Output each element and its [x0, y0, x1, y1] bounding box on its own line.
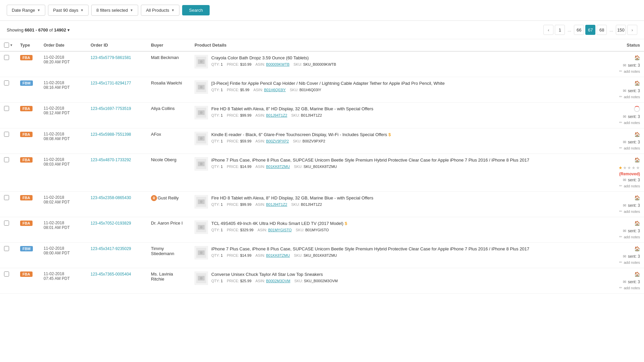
pagination-prev[interactable]: ‹ — [543, 25, 553, 35]
home-icon[interactable]: 🏠 — [634, 55, 640, 60]
all-products-dropdown[interactable]: All Products ▼ — [141, 5, 179, 16]
showing-dropdown-arrow[interactable]: ▾ — [67, 27, 70, 33]
pagination-next[interactable]: › — [627, 25, 637, 35]
add-notes-row[interactable]: ✏ add notes — [619, 146, 640, 150]
star-filled-icon: ★ — [619, 165, 623, 170]
add-notes-link[interactable]: add notes — [624, 121, 640, 125]
add-notes-link[interactable]: add notes — [624, 95, 640, 99]
order-id-link[interactable]: 123-45x7052-0193829 — [91, 221, 131, 226]
product-cell: TCL 49S405 49-Inch 4K Ultra HD Roku Smar… — [191, 217, 590, 243]
row-checkbox-3[interactable] — [4, 132, 9, 137]
pagination-page-1[interactable]: 1 — [555, 25, 565, 35]
home-icon[interactable]: 🏠 — [634, 272, 640, 277]
asin-link[interactable]: B01MYGISTO — [268, 228, 291, 232]
row-checkbox-8[interactable] — [4, 272, 9, 277]
add-notes-row[interactable]: ✏ add notes — [619, 209, 640, 214]
order-time: 08:01 AM PDT — [44, 225, 83, 230]
asin-label: ASIN: — [256, 279, 265, 283]
add-notes-row[interactable]: ✏ add notes — [619, 95, 640, 99]
dollar-icon: $ — [345, 221, 347, 226]
filters-dropdown[interactable]: 8 filters selected ▼ — [91, 5, 138, 16]
row-checkbox-1[interactable] — [4, 80, 9, 85]
row-checkbox-5[interactable] — [4, 195, 9, 200]
order-id-link[interactable]: 123-45x7365-0005404 — [91, 272, 131, 277]
qty-label: QTY: — [211, 202, 220, 206]
add-notes-link[interactable]: add notes — [624, 69, 640, 73]
qty-val: 1 — [221, 62, 223, 66]
add-notes-row[interactable]: ✏ add notes — [619, 69, 640, 73]
date-range-dropdown[interactable]: Date Range ▼ — [7, 5, 45, 16]
sku-val: B01MYGISTO — [305, 228, 329, 232]
asin-link[interactable]: B01J94T1Z2 — [266, 202, 287, 206]
price-label: PRICE: — [227, 88, 239, 92]
row-checkbox-6[interactable] — [4, 221, 9, 226]
home-icon[interactable]: 🏠 — [634, 195, 640, 200]
asin-link[interactable]: B01J94T1Z2 — [266, 113, 287, 117]
qty-label: QTY: — [211, 253, 220, 257]
sku-val: SKU_B00009KWTB — [303, 62, 336, 66]
add-notes-row[interactable]: ✏ add notes — [619, 235, 640, 239]
price-val: $99.99 — [240, 202, 252, 206]
pagination-page-last[interactable]: 150 — [616, 25, 626, 35]
row-checkbox-7[interactable] — [4, 246, 9, 251]
past-90-days-dropdown[interactable]: Past 90 days ▼ — [48, 5, 89, 16]
search-button[interactable]: Search — [182, 5, 209, 15]
add-notes-link[interactable]: add notes — [624, 235, 640, 239]
product-image — [195, 246, 208, 259]
email-icon: ✉ — [623, 254, 626, 259]
home-icon[interactable]: 🏠 — [634, 132, 640, 137]
order-time: 08:08 AM PDT — [44, 136, 83, 141]
asin-link[interactable]: B01KK8TZMU — [266, 165, 290, 169]
add-notes-link[interactable]: add notes — [624, 209, 640, 214]
table-header-row: ▾ Type Order Date Order ID Buyer Product… — [0, 39, 644, 51]
buyer-cell: Nicole Oberg — [147, 154, 191, 192]
home-icon[interactable]: 🏠 — [634, 246, 640, 251]
product-meta: QTY: 1 PRICE: $10.99 ASIN: B00009KWTB SK… — [211, 62, 586, 66]
pagination-page-67[interactable]: 67 — [585, 25, 595, 35]
asin-link[interactable]: B00009KWTB — [266, 62, 289, 66]
qty-val: 1 — [221, 228, 223, 232]
sent-count: sent: 3 — [628, 114, 640, 119]
row-checkbox-0[interactable] — [4, 55, 9, 60]
asin-link[interactable]: B00ZV9PXP2 — [266, 139, 289, 143]
order-id-link[interactable]: 123-45x3417-9235029 — [91, 246, 131, 251]
svg-point-17 — [200, 200, 203, 203]
qty-label: QTY: — [211, 139, 220, 143]
price-val: $10.99 — [240, 62, 252, 66]
select-all-chevron-icon[interactable]: ▾ — [10, 43, 12, 47]
asin-link[interactable]: B01KK8TZMU — [266, 253, 290, 257]
table-row: FBA11-02-201807:45 AM PDT123-45x7365-000… — [0, 268, 644, 294]
order-id-link[interactable]: 123-45x5988-7551398 — [91, 132, 131, 137]
order-date: 11-02-2018 — [44, 272, 83, 276]
order-id-link[interactable]: 123-45x1731-8294177 — [91, 81, 131, 85]
home-icon[interactable]: 🏠 — [634, 157, 640, 163]
add-notes-row[interactable]: ✏ add notes — [619, 184, 640, 188]
home-icon[interactable]: 🏠 — [634, 221, 640, 226]
edit-icon: ✏ — [619, 260, 622, 264]
order-date: 11-02-2018 — [44, 55, 83, 60]
select-all-checkbox[interactable] — [4, 43, 9, 48]
home-icon[interactable]: 🏠 — [634, 80, 640, 86]
status-cell: 🏠 ✉ sent: 3 ✏ add notes — [590, 268, 644, 294]
pagination-page-68[interactable]: 68 — [597, 25, 607, 35]
price-label: PRICE: — [227, 113, 239, 117]
qty-label: QTY: — [211, 62, 220, 66]
row-checkbox-4[interactable] — [4, 157, 9, 162]
add-notes-row[interactable]: ✏ add notes — [619, 260, 640, 264]
status-cell: 🏠 ✉ sent: 3 ✏ add notes — [590, 217, 644, 243]
add-notes-link[interactable]: add notes — [624, 146, 640, 150]
order-id-link[interactable]: 123-45x1697-7753519 — [91, 106, 131, 111]
pagination-page-66[interactable]: 66 — [574, 25, 584, 35]
order-id-link[interactable]: 123-45x2358-0865430 — [91, 195, 131, 200]
asin-link[interactable]: B0002M3OVM — [266, 279, 290, 283]
order-id-link[interactable]: 123-45x4870-1733292 — [91, 158, 131, 162]
add-notes-row[interactable]: ✏ add notes — [619, 286, 640, 290]
asin-label: ASIN: — [256, 165, 265, 169]
order-id-link[interactable]: 123-45x5779-5861581 — [91, 55, 131, 60]
add-notes-link[interactable]: add notes — [624, 260, 640, 264]
add-notes-row[interactable]: ✏ add notes — [619, 120, 640, 125]
add-notes-link[interactable]: add notes — [624, 184, 640, 188]
row-checkbox-2[interactable] — [4, 106, 9, 111]
asin-link[interactable]: B01H6Q03IY — [264, 88, 286, 92]
add-notes-link[interactable]: add notes — [624, 286, 640, 290]
